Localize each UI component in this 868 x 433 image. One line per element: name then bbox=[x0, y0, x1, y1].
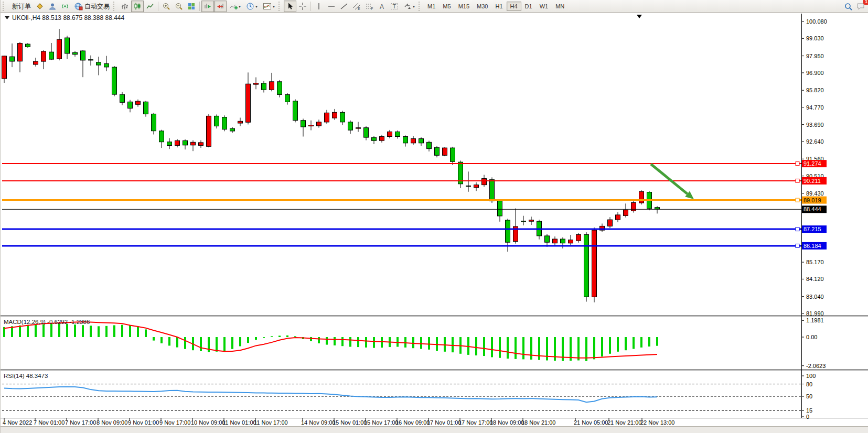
macd-axis-label: 0.00 bbox=[806, 334, 817, 340]
timeframe-button-MN[interactable]: MN bbox=[552, 2, 568, 11]
candlestick bbox=[215, 116, 219, 126]
candlestick bbox=[490, 180, 495, 201]
gold-diamond-icon bbox=[36, 2, 44, 10]
notification-badge: 1 bbox=[863, 0, 868, 5]
toolbar-separator bbox=[158, 2, 158, 11]
search-button[interactable] bbox=[842, 1, 854, 12]
autoscroll-button[interactable] bbox=[201, 1, 214, 12]
toolbar-separator bbox=[199, 2, 200, 11]
macd-axis-label: 1.1981 bbox=[806, 317, 824, 323]
timeframe-button-M1[interactable]: M1 bbox=[424, 2, 439, 11]
timeframe-button-D1[interactable]: D1 bbox=[521, 2, 536, 11]
trendline-button[interactable] bbox=[338, 1, 350, 12]
time-axis-label: 9 Nov 01:00 bbox=[128, 419, 159, 426]
line-handle[interactable] bbox=[796, 198, 799, 202]
line-handle[interactable] bbox=[796, 162, 799, 166]
time-axis-label: 21 Nov 05:00 bbox=[574, 419, 608, 426]
new-order-button[interactable]: 新订单 bbox=[8, 1, 34, 12]
candlestick bbox=[521, 221, 526, 222]
toolbar: 新订单 自动交易 bbox=[1, 0, 868, 13]
crosshair-icon bbox=[298, 2, 307, 10]
profile-icon bbox=[48, 2, 57, 10]
toolbar-grip bbox=[113, 2, 117, 11]
macd-panel[interactable] bbox=[1, 317, 801, 370]
timeframe-button-H1[interactable]: H1 bbox=[491, 2, 506, 11]
timeframe-button-H4[interactable]: H4 bbox=[507, 2, 521, 11]
timeframe-button-M15[interactable]: M15 bbox=[455, 2, 473, 11]
price-axis-label: 97.950 bbox=[806, 53, 824, 59]
price-axis-label: 95.820 bbox=[806, 87, 824, 93]
time-axis-label: 4 Nov 2022 bbox=[3, 419, 32, 426]
candlestick bbox=[561, 239, 565, 243]
autotrade-button[interactable]: 自动交易 bbox=[71, 1, 112, 12]
indicators-button[interactable]: ▾ bbox=[227, 1, 243, 12]
timeframe-button-M30[interactable]: M30 bbox=[473, 2, 491, 11]
chart-shift-button[interactable] bbox=[214, 1, 227, 12]
candlestick-chart-button[interactable] bbox=[131, 1, 144, 12]
candlestick bbox=[482, 179, 487, 185]
price-axis-label: 100.080 bbox=[806, 18, 827, 25]
crosshair-button[interactable] bbox=[296, 1, 309, 12]
arrows-shapes-button[interactable]: ▾ bbox=[401, 1, 417, 12]
candlestick bbox=[309, 125, 314, 126]
candlestick bbox=[592, 230, 597, 297]
market-button[interactable] bbox=[34, 1, 46, 12]
fibonacci-button[interactable]: F bbox=[363, 1, 376, 12]
text-button[interactable]: A bbox=[376, 1, 388, 12]
vertical-line-button[interactable] bbox=[313, 1, 325, 12]
line-handle[interactable] bbox=[796, 228, 799, 231]
channel-icon: E bbox=[352, 2, 361, 10]
time-axis-label: 11 Nov 01:00 bbox=[222, 419, 256, 426]
time-axis-label: 7 Nov 17:00 bbox=[65, 419, 96, 426]
candlestick bbox=[191, 142, 196, 145]
toolbar-grip bbox=[278, 2, 282, 11]
signals-button[interactable] bbox=[59, 1, 71, 12]
candlestick bbox=[466, 186, 471, 186]
text-label-button[interactable]: T bbox=[388, 1, 401, 12]
time-axis-label: 11 Nov 17:00 bbox=[254, 419, 288, 426]
line-handle[interactable] bbox=[796, 244, 799, 247]
candlestick bbox=[270, 82, 274, 90]
autoscroll-icon bbox=[203, 2, 212, 10]
line-chart-button[interactable] bbox=[144, 1, 156, 12]
bar-chart-button[interactable] bbox=[119, 1, 131, 12]
candlestick-icon bbox=[133, 2, 142, 10]
svg-text:F: F bbox=[371, 7, 373, 10]
candlestick bbox=[112, 67, 117, 94]
timeframe-button-M5[interactable]: M5 bbox=[439, 2, 454, 11]
candlestick bbox=[388, 132, 392, 136]
profile-button[interactable] bbox=[46, 1, 59, 12]
candlestick bbox=[89, 60, 93, 60]
candlestick bbox=[262, 83, 266, 90]
svg-text:A: A bbox=[380, 3, 384, 10]
candlestick bbox=[57, 39, 62, 59]
candlestick bbox=[128, 102, 133, 108]
chart-canvas[interactable]: 100.08099.03097.95096.90095.82094.77093.… bbox=[1, 13, 868, 433]
price-axis-label: 92.640 bbox=[806, 138, 824, 145]
candlestick bbox=[545, 236, 550, 242]
zoom-out-icon bbox=[175, 2, 183, 10]
bar-chart-icon bbox=[121, 2, 129, 10]
cursor-button[interactable] bbox=[284, 1, 296, 12]
dropdown-arrow-icon: ▾ bbox=[413, 4, 415, 9]
candlestick bbox=[348, 122, 353, 130]
tile-windows-button[interactable] bbox=[185, 1, 198, 12]
time-axis-label: 21 Nov 21:00 bbox=[607, 419, 641, 426]
templates-button[interactable]: ▾ bbox=[260, 1, 277, 12]
candlestick bbox=[624, 210, 628, 216]
equidistant-channel-button[interactable]: E bbox=[350, 1, 363, 12]
line-handle[interactable] bbox=[796, 179, 799, 182]
timeframe-button-W1[interactable]: W1 bbox=[536, 2, 552, 11]
price-axis-label: 93.690 bbox=[806, 122, 824, 128]
cursor-arrow-icon bbox=[286, 2, 294, 10]
rsi-label: RSI(14) 48.3473 bbox=[4, 373, 48, 379]
candlestick bbox=[144, 102, 148, 114]
candlestick bbox=[152, 114, 156, 131]
horizontal-line-button[interactable] bbox=[325, 1, 338, 12]
time-axis-label: 10 Nov 09:00 bbox=[191, 419, 225, 426]
zoom-in-button[interactable] bbox=[160, 1, 173, 12]
rsi-axis-label: 80 bbox=[806, 381, 812, 387]
main-chart-panel[interactable] bbox=[1, 14, 801, 316]
zoom-out-button[interactable] bbox=[173, 1, 185, 12]
periods-button[interactable]: ▾ bbox=[243, 1, 260, 12]
